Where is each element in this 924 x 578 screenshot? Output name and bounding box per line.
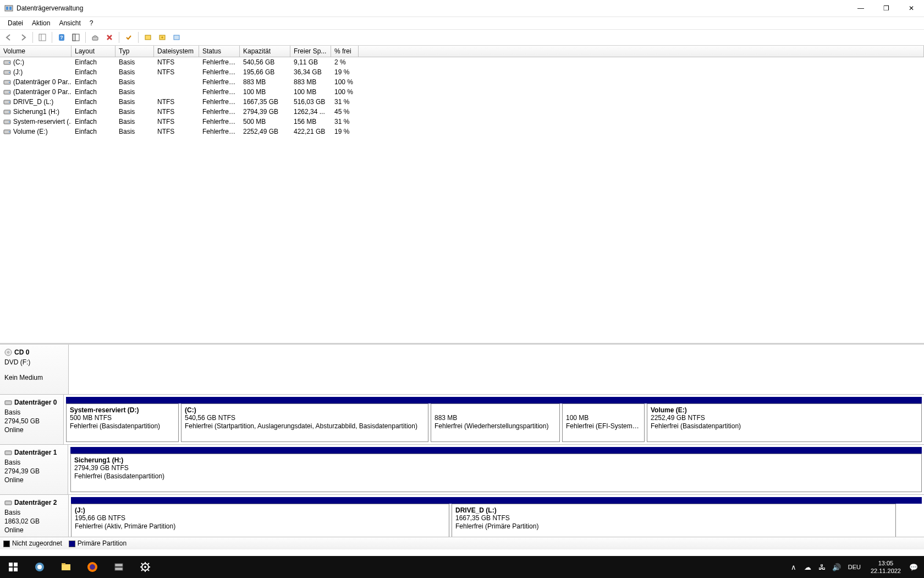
volume-row[interactable]: (Datenträger 0 Par...EinfachBasisFehlerf… <box>0 87 924 97</box>
volume-list[interactable]: Volume Layout Typ Dateisystem Status Kap… <box>0 46 924 344</box>
partition[interactable]: System-reserviert (D:)500 MB NTFSFehlerf… <box>66 403 179 442</box>
volume-row[interactable]: DRIVE_D (L:)EinfachBasisNTFSFehlerfrei (… <box>0 97 924 107</box>
menu-help[interactable]: ? <box>85 18 98 28</box>
menu-aktion[interactable]: Aktion <box>28 18 54 28</box>
svg-point-30 <box>8 352 9 353</box>
taskbar-firefox[interactable] <box>79 556 106 578</box>
svg-rect-37 <box>14 568 18 571</box>
col-status[interactable]: Status <box>199 46 240 57</box>
legend-primary: Primäre Partition <box>78 539 127 547</box>
svg-point-14 <box>9 62 10 63</box>
col-layout[interactable]: Layout <box>72 46 116 57</box>
svg-rect-41 <box>62 563 65 565</box>
taskbar-explorer[interactable] <box>53 556 79 578</box>
taskbar: ∧ ☁ 🖧 🔊 DEU 13:05 22.11.2022 💬 <box>0 556 924 578</box>
drive-icon <box>3 99 11 105</box>
svg-rect-12 <box>174 35 179 40</box>
svg-line-53 <box>148 570 149 571</box>
partition[interactable]: 100 MBFehlerfrei (EFI-Systempartit <box>562 403 645 442</box>
svg-rect-45 <box>115 568 123 570</box>
svg-rect-40 <box>62 564 70 570</box>
volume-row[interactable]: System-reserviert (...EinfachBasisNTFSFe… <box>0 117 924 127</box>
tb-icon-a[interactable] <box>141 31 155 44</box>
taskbar-settings[interactable] <box>132 556 158 578</box>
tray-notifications-icon[interactable]: 💬 <box>908 556 920 578</box>
svg-rect-32 <box>5 451 12 455</box>
col-typ[interactable]: Typ <box>116 46 154 57</box>
partition[interactable]: Volume (E:)2252,49 GB NTFSFehlerfrei (Ba… <box>647 403 922 442</box>
partition[interactable]: Sicherung1 (H:)2794,39 GB NTFSFehlerfrei… <box>70 454 922 492</box>
close-button[interactable]: ✕ <box>899 0 924 17</box>
partition[interactable]: 883 MBFehlerfrei (Wiederherstellungspart… <box>431 403 560 442</box>
menu-datei[interactable]: Datei <box>3 18 28 28</box>
svg-point-26 <box>9 122 10 123</box>
taskbar-app-1[interactable] <box>26 556 53 578</box>
svg-point-24 <box>9 112 10 113</box>
disk-row[interactable]: Datenträger 0Basis2794,50 GBOnlineSystem… <box>0 395 924 445</box>
menubar: Datei Aktion Ansicht ? <box>0 17 924 30</box>
col-volume[interactable]: Volume <box>0 46 72 57</box>
properties-button[interactable] <box>89 31 102 44</box>
tb-icon-c[interactable] <box>170 31 183 44</box>
disk-row[interactable]: Datenträger 1Basis2794,39 GBOnlineSicher… <box>0 445 924 495</box>
disk-row[interactable]: Datenträger 2Basis1863,02 GBOnline (J:)1… <box>0 495 924 537</box>
partition[interactable]: DRIVE_D (L:)1667,35 GB NTFSFehlerfrei (P… <box>452 504 896 537</box>
tray-lang[interactable]: DEU <box>845 564 864 570</box>
svg-rect-8 <box>73 34 75 41</box>
window-title: Datenträgerverwaltung <box>16 4 848 12</box>
col-dateisystem[interactable]: Dateisystem <box>154 46 199 57</box>
svg-point-20 <box>9 92 10 93</box>
disk-icon <box>4 499 12 506</box>
drive-icon <box>3 69 11 75</box>
svg-rect-34 <box>9 563 13 566</box>
cd-icon <box>4 348 12 356</box>
delete-button[interactable] <box>103 31 116 44</box>
drive-icon <box>3 108 11 115</box>
volume-row[interactable]: (C:)EinfachBasisNTFSFehlerfrei (...540,5… <box>0 57 924 67</box>
svg-point-18 <box>9 82 10 83</box>
taskbar-diskmgmt[interactable] <box>106 556 132 578</box>
show-hide-button[interactable] <box>36 31 49 44</box>
svg-rect-1 <box>6 7 8 10</box>
volume-row[interactable]: Volume (E:)EinfachBasisNTFSFehlerfrei (.… <box>0 127 924 137</box>
col-freier[interactable]: Freier Sp... <box>290 46 331 57</box>
disk-pane[interactable]: CD 0DVD (F:)Kein MediumDatenträger 0Basi… <box>0 344 924 537</box>
start-button[interactable] <box>0 556 26 578</box>
col-pct[interactable]: % frei <box>331 46 359 57</box>
help-icon[interactable]: ? <box>55 31 68 44</box>
tray-network-icon[interactable]: 🖧 <box>816 556 828 578</box>
svg-rect-35 <box>14 563 18 566</box>
svg-rect-36 <box>9 568 13 571</box>
drive-icon <box>3 128 11 135</box>
svg-rect-31 <box>5 401 12 405</box>
maximize-button[interactable]: ❐ <box>873 0 899 17</box>
col-kapazitaet[interactable]: Kapazität <box>240 46 290 57</box>
svg-rect-10 <box>145 35 151 40</box>
svg-point-47 <box>144 566 146 568</box>
menu-ansicht[interactable]: Ansicht <box>54 18 85 28</box>
drive-icon <box>3 79 11 85</box>
refresh-button[interactable] <box>69 31 82 44</box>
legend-unalloc: Nicht zugeordnet <box>12 539 62 547</box>
partition[interactable]: (J:)195,66 GB NTFSFehlerfrei (Aktiv, Pri… <box>71 504 449 537</box>
tb-icon-b[interactable] <box>156 31 169 44</box>
tray-chevron-icon[interactable]: ∧ <box>788 556 800 578</box>
forward-button[interactable] <box>16 31 30 44</box>
volume-row[interactable]: (Datenträger 0 Par...EinfachBasisFehlerf… <box>0 77 924 87</box>
tray-sound-icon[interactable]: 🔊 <box>831 556 843 578</box>
partition[interactable]: (C:)540,56 GB NTFSFehlerfrei (Startparti… <box>181 403 428 442</box>
legend: Nicht zugeordnet Primäre Partition <box>0 537 924 549</box>
volume-row[interactable]: Sicherung1 (H:)EinfachBasisNTFSFehlerfre… <box>0 107 924 117</box>
tray-clock[interactable]: 13:05 22.11.2022 <box>866 559 905 575</box>
app-icon <box>4 4 13 13</box>
titlebar: Datenträgerverwaltung — ❐ ✕ <box>0 0 924 17</box>
svg-line-54 <box>148 563 149 564</box>
minimize-button[interactable]: — <box>848 0 873 17</box>
tray-onedrive-icon[interactable]: ☁ <box>802 556 814 578</box>
svg-rect-44 <box>115 564 123 566</box>
volume-row[interactable]: (J:)EinfachBasisNTFSFehlerfrei (...195,6… <box>0 67 924 77</box>
disk-row-cd[interactable]: CD 0DVD (F:)Kein Medium <box>0 345 924 395</box>
svg-point-39 <box>37 565 42 569</box>
back-button[interactable] <box>2 31 15 44</box>
check-button[interactable] <box>122 31 135 44</box>
